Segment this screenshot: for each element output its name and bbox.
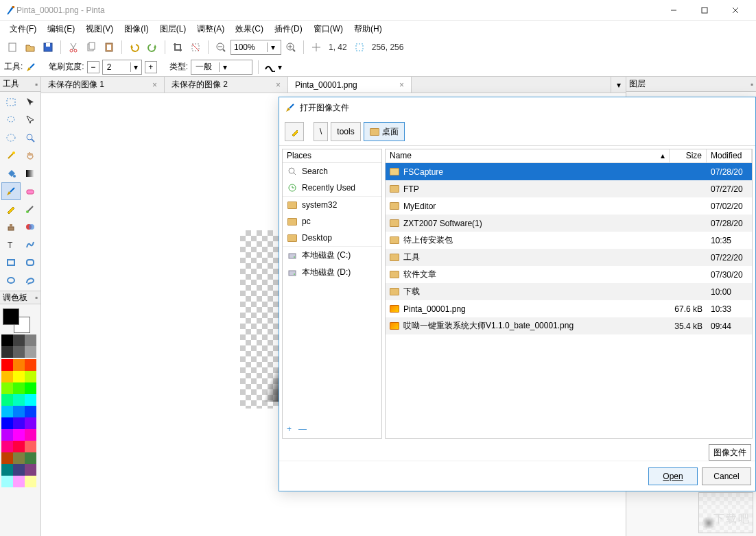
color-swatch[interactable] bbox=[25, 406, 36, 417]
tool-eraser[interactable] bbox=[21, 182, 40, 200]
color-swatch[interactable] bbox=[25, 359, 36, 371]
color-swatch[interactable] bbox=[25, 476, 36, 487]
deselect-button[interactable] bbox=[187, 39, 204, 56]
file-row[interactable]: 工具07/22/20 bbox=[386, 249, 752, 266]
places-item[interactable]: Search bbox=[283, 163, 381, 180]
maximize-button[interactable] bbox=[689, 0, 720, 21]
tab-close-icon[interactable]: × bbox=[399, 80, 404, 90]
menu-window[interactable]: 窗口(W) bbox=[308, 22, 349, 36]
color-swatch[interactable] bbox=[13, 382, 25, 394]
color-swatch[interactable] bbox=[1, 452, 13, 464]
path-segment-tools[interactable]: tools bbox=[331, 122, 360, 141]
brush-width-combo[interactable]: 2▾ bbox=[102, 60, 142, 75]
file-row[interactable]: 软件文章07/30/20 bbox=[386, 266, 752, 283]
color-swatch[interactable] bbox=[25, 371, 36, 382]
color-swatch[interactable] bbox=[25, 452, 36, 464]
copy-button[interactable] bbox=[83, 39, 99, 56]
menu-view[interactable]: 视图(V) bbox=[80, 22, 119, 36]
tool-rounded-rect[interactable] bbox=[21, 254, 40, 271]
menu-effect[interactable]: 效果(C) bbox=[230, 22, 269, 36]
color-swatch[interactable] bbox=[13, 464, 25, 476]
paste-button[interactable] bbox=[101, 39, 117, 56]
tool-line[interactable] bbox=[21, 236, 40, 254]
file-row[interactable]: 哎呦一键重装系统大师V1.1.0_bate_00001.png35.4 kB09… bbox=[386, 317, 752, 334]
cancel-button[interactable]: Cancel bbox=[702, 467, 751, 485]
path-segment-desktop[interactable]: 桌面 bbox=[364, 122, 405, 141]
color-primary-secondary[interactable] bbox=[3, 308, 30, 333]
tool-paintbrush[interactable] bbox=[1, 182, 21, 200]
color-swatch[interactable] bbox=[13, 346, 25, 358]
color-swatch[interactable] bbox=[1, 476, 13, 487]
color-swatch[interactable] bbox=[25, 346, 36, 358]
color-swatch[interactable] bbox=[25, 382, 36, 394]
color-swatch[interactable] bbox=[1, 394, 13, 406]
panel-menu-icon[interactable]: ▪ bbox=[751, 80, 753, 89]
zoom-combo[interactable]: 100%▾ bbox=[231, 40, 281, 55]
path-edit-button[interactable] bbox=[285, 122, 304, 141]
tool-color-picker[interactable] bbox=[21, 200, 40, 218]
panel-menu-icon[interactable]: ▪ bbox=[35, 293, 38, 302]
tool-rect-select[interactable] bbox=[1, 93, 21, 111]
color-swatch[interactable] bbox=[13, 406, 25, 417]
tool-lasso[interactable] bbox=[1, 111, 21, 129]
menu-addin[interactable]: 插件(D) bbox=[269, 22, 308, 36]
brush-type-combo[interactable]: 一般▾ bbox=[191, 60, 252, 75]
chevron-down-icon[interactable]: ▾ bbox=[267, 42, 278, 52]
cut-button[interactable] bbox=[65, 39, 82, 56]
file-row[interactable]: 下载10:00 bbox=[386, 283, 752, 300]
menu-file[interactable]: 文件(F) bbox=[4, 22, 42, 36]
close-button[interactable] bbox=[720, 0, 751, 21]
zoom-in-button[interactable] bbox=[283, 39, 299, 56]
tool-recolor[interactable] bbox=[21, 218, 40, 236]
color-swatch[interactable] bbox=[1, 334, 13, 346]
crop-button[interactable] bbox=[169, 39, 186, 56]
brush-width-plus[interactable]: + bbox=[145, 61, 157, 73]
color-swatch[interactable] bbox=[1, 429, 13, 441]
color-swatch[interactable] bbox=[1, 417, 13, 429]
tool-rectangle[interactable] bbox=[1, 254, 21, 271]
color-swatch[interactable] bbox=[13, 452, 25, 464]
document-tab[interactable]: Pinta_00001.png× bbox=[288, 77, 412, 93]
color-swatch[interactable] bbox=[1, 382, 13, 394]
color-swatch[interactable] bbox=[13, 394, 25, 406]
tool-freeform[interactable] bbox=[21, 271, 40, 289]
color-swatch[interactable] bbox=[25, 429, 36, 441]
color-swatch[interactable] bbox=[1, 464, 13, 476]
color-swatch[interactable] bbox=[1, 441, 13, 452]
chevron-down-icon[interactable]: ▾ bbox=[219, 62, 230, 72]
color-swatch[interactable] bbox=[13, 417, 25, 429]
color-swatch[interactable] bbox=[13, 334, 25, 346]
save-button[interactable] bbox=[40, 39, 56, 56]
tool-pencil[interactable] bbox=[1, 200, 21, 218]
file-row[interactable]: MyEditor07/02/20 bbox=[386, 197, 752, 215]
color-swatch[interactable] bbox=[13, 359, 25, 371]
zoom-out-button[interactable] bbox=[213, 39, 229, 56]
places-item[interactable]: Desktop bbox=[283, 230, 381, 247]
menu-help[interactable]: 帮助(H) bbox=[349, 22, 388, 36]
menu-adjust[interactable]: 调整(A) bbox=[191, 22, 230, 36]
tool-ellipse-select[interactable] bbox=[1, 129, 21, 147]
places-item[interactable]: pc bbox=[283, 213, 381, 230]
file-row[interactable]: ZXT2007 Software(1)07/28/20 bbox=[386, 215, 752, 232]
redo-button[interactable] bbox=[144, 39, 161, 56]
tool-ellipse[interactable] bbox=[1, 271, 21, 289]
new-button[interactable] bbox=[4, 39, 21, 56]
color-swatch[interactable] bbox=[25, 464, 36, 476]
open-button[interactable] bbox=[22, 39, 38, 56]
minimize-button[interactable] bbox=[658, 0, 689, 21]
tab-close-icon[interactable]: × bbox=[276, 80, 281, 90]
color-swatch[interactable] bbox=[1, 371, 13, 382]
places-add-button[interactable]: + bbox=[287, 424, 292, 434]
menu-image[interactable]: 图像(I) bbox=[119, 22, 154, 36]
menu-layer[interactable]: 图层(L) bbox=[154, 22, 192, 36]
color-swatch[interactable] bbox=[1, 406, 13, 417]
undo-button[interactable] bbox=[126, 39, 143, 56]
color-swatch[interactable] bbox=[25, 417, 36, 429]
color-swatch[interactable] bbox=[13, 371, 25, 382]
file-row[interactable]: Pinta_00001.png67.6 kB10:33 bbox=[386, 300, 752, 317]
file-type-combo[interactable]: 图像文件 bbox=[709, 444, 751, 461]
places-item[interactable]: system32 bbox=[283, 197, 381, 213]
document-tab[interactable]: 未保存的图像 2× bbox=[165, 77, 288, 93]
col-name[interactable]: Name▴ bbox=[386, 149, 670, 162]
color-swatch[interactable] bbox=[25, 441, 36, 452]
